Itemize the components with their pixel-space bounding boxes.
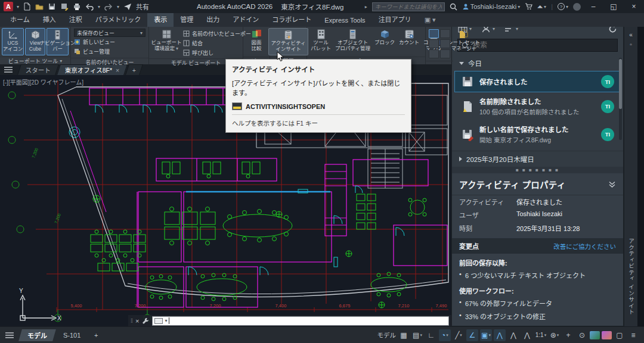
new-view-button[interactable]: 新しいビュー — [74, 38, 145, 46]
save-as-icon[interactable] — [60, 2, 69, 11]
search-icon[interactable] — [450, 3, 457, 11]
list-scrollbar[interactable] — [619, 58, 622, 140]
undo-icon[interactable] — [85, 2, 94, 11]
new-layout-button[interactable]: + — [88, 329, 104, 341]
annotation-autoscale-icon[interactable]: ⋀ — [507, 329, 519, 341]
tab-express-tools[interactable]: Express Tools — [318, 14, 371, 27]
snap-toggle-icon[interactable]: ▤▾ — [411, 329, 423, 341]
autodesk-apps-button[interactable]: ⏶▾ — [537, 3, 546, 11]
command-input[interactable]: ▾ — [152, 316, 449, 326]
qat-customize-caret-icon[interactable]: ▾ — [117, 4, 119, 10]
add-cleanup-icon[interactable]: + — [562, 329, 574, 341]
app-menu-button[interactable]: A — [4, 2, 13, 11]
undo-caret-icon[interactable]: ▾ — [98, 4, 100, 10]
tab-insert[interactable]: 挿入 — [36, 12, 63, 27]
tab-view[interactable]: 表示 — [147, 12, 174, 27]
redo-icon[interactable] — [104, 2, 113, 11]
view-list-dropdown[interactable]: 未保存のビュー▾ — [74, 29, 145, 37]
interface-tile-5[interactable] — [429, 49, 439, 58]
count-palette-button[interactable]: カウント — [397, 28, 421, 55]
restore-button[interactable]: ◱ — [606, 1, 621, 13]
isolate-objects-icon[interactable]: ⊙ — [576, 329, 588, 341]
command-line[interactable]: ⁞⁞ × ▾ — [128, 315, 451, 326]
plot-icon[interactable] — [73, 2, 81, 11]
tab-parametric[interactable]: パラメトリック — [89, 12, 148, 27]
share-plane-icon[interactable] — [123, 2, 132, 11]
command-wrench-icon[interactable] — [142, 317, 149, 325]
help-search-input[interactable] — [372, 2, 445, 11]
polar-tracking-icon[interactable]: ◔▾ — [439, 329, 451, 341]
space-toggle-button[interactable]: モデル — [377, 329, 397, 341]
hardware-accel-icon[interactable] — [602, 331, 612, 339]
object-snap-icon[interactable]: ▣▾ — [480, 329, 492, 341]
activity-item-saved[interactable]: 保存されました TI — [454, 71, 621, 92]
palette-vertical-title[interactable]: アクティビティ インサイト — [627, 238, 635, 316]
blocks-palette-button[interactable]: ブロック — [373, 28, 397, 55]
object-snap-tracking-icon[interactable]: ∠ — [466, 329, 478, 341]
group-previous-day[interactable]: 2025年3月20日木曜日 — [452, 151, 623, 167]
cart-icon[interactable] — [525, 3, 532, 10]
command-close-icon[interactable]: × — [135, 317, 139, 325]
panel-label-viewport-tools[interactable]: ビューポート ツール▾ — [0, 57, 70, 64]
signed-in-user[interactable]: Toshiaki-Isezaki▾ — [462, 3, 521, 10]
tab-output[interactable]: 出力 — [200, 12, 226, 27]
help-button[interactable]: ?▾ — [558, 3, 568, 10]
search-expand-icon[interactable]: ▸ — [365, 4, 367, 10]
viewport-controls-label[interactable]: [-][平面図][2D ワイヤフレーム] — [3, 77, 83, 86]
annotation-visibility-icon[interactable]: ⋀ — [494, 329, 506, 341]
tab-collaborate[interactable]: コラボレート — [265, 12, 318, 27]
ribbon-display-toggle-icon[interactable]: ▣ ▾ — [418, 14, 442, 27]
collapse-chevron-icon[interactable] — [608, 181, 616, 188]
isodraft-icon[interactable]: ╱▾ — [453, 329, 465, 341]
open-folder-icon[interactable] — [35, 2, 44, 11]
model-tab[interactable]: モデル — [18, 329, 56, 341]
view-manager-button[interactable]: ビュー管理 — [74, 47, 145, 56]
interface-tile-4[interactable] — [440, 39, 450, 48]
layout-tab-s101[interactable]: S-101 — [54, 329, 89, 341]
new-drawing-tab[interactable]: + — [125, 64, 143, 75]
activity-item-saved-as[interactable]: 新しい名前で保存されました開始 東京オフィス8F.dwg TI — [454, 120, 621, 148]
status-customize-icon[interactable]: ≡ — [627, 329, 639, 341]
grid-toggle-icon[interactable]: ▦ — [398, 329, 410, 341]
new-file-icon[interactable] — [23, 2, 31, 11]
share-button[interactable]: 共有 — [136, 2, 149, 11]
annotation-scale-icon[interactable]: ⋀ — [521, 329, 533, 341]
feedback-link[interactable]: 改善にご協力ください — [553, 242, 616, 251]
file-tab-menu-icon[interactable] — [4, 66, 13, 73]
ortho-toggle-icon[interactable]: ∟ — [425, 329, 437, 341]
tab-annotate[interactable]: 注釈 — [63, 12, 89, 27]
command-history-icon[interactable] — [154, 318, 163, 324]
clean-screen-icon[interactable]: ▢ — [614, 329, 626, 341]
command-drag-handle[interactable]: ⁞⁞ — [131, 318, 132, 324]
navigation-bar-button[interactable]: ナビゲーションバー — [47, 28, 69, 55]
app-menu-caret-icon[interactable]: ▾ — [17, 4, 19, 10]
layout-menu-icon[interactable] — [5, 332, 14, 339]
tab-start[interactable]: スタート — [17, 64, 59, 75]
palette-search[interactable] — [457, 39, 618, 52]
ucs-icon-button[interactable]: UCSアイコン — [2, 28, 24, 55]
palette-search-input[interactable] — [473, 41, 614, 49]
graphics-performance-icon[interactable] — [590, 331, 600, 339]
interface-tile-2[interactable] — [440, 29, 450, 38]
interface-tile-6[interactable] — [440, 49, 450, 58]
customization-gear-icon[interactable]: ⊛▾ — [549, 329, 561, 341]
palette-autohide-icon[interactable]: « — [629, 30, 633, 39]
activity-item-purged[interactable]: 名前削除されました100 個の項目が名前削除されました TI — [454, 92, 621, 120]
scale-select[interactable]: 1:1▾ — [535, 329, 547, 341]
tool-palettes-button[interactable]: ツールパレット — [309, 28, 333, 55]
activity-insights-button[interactable]: アクティビティインサイト — [268, 28, 308, 55]
interface-tile-3[interactable] — [429, 39, 439, 48]
tab-addins[interactable]: アドイン — [226, 12, 265, 27]
viewport-configuration-button[interactable]: ビューポート 環境設定▾ — [151, 28, 182, 57]
interface-tile-1[interactable] — [429, 29, 439, 38]
drawing-compare-button[interactable]: 図面比較 — [250, 28, 264, 55]
tab-featured-apps[interactable]: 注目アプリ — [372, 12, 418, 27]
save-icon[interactable] — [48, 2, 56, 11]
properties-palette-button[interactable]: オブジェクトプロパティ管理 — [333, 28, 372, 55]
close-doc-icon[interactable]: × — [116, 67, 119, 74]
palette-properties-icon[interactable]: ▫ — [630, 39, 632, 49]
notification-icon[interactable] — [573, 3, 581, 11]
tab-manage[interactable]: 管理 — [174, 12, 200, 27]
tab-home[interactable]: ホーム — [4, 12, 36, 27]
close-button[interactable]: × — [626, 1, 642, 13]
